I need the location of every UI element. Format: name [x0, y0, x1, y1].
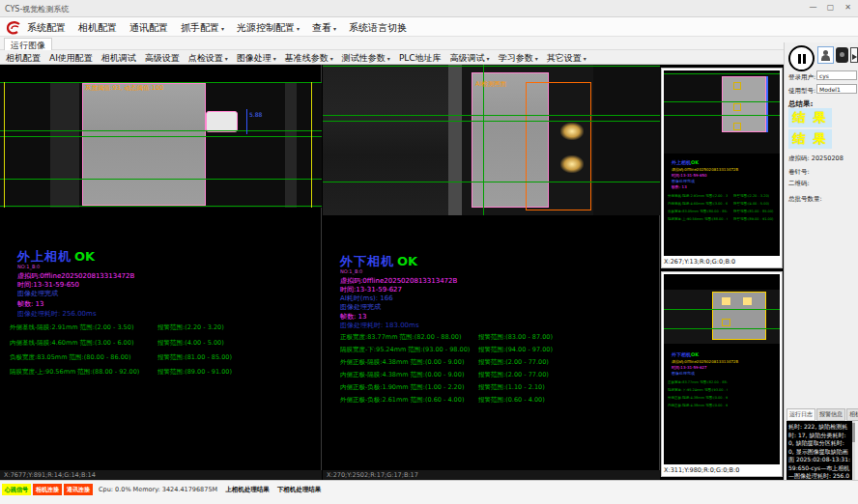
alarm-range: 报警范围:(2.00 - 77.00)	[478, 358, 549, 367]
login-user-field[interactable]: cys	[816, 70, 857, 80]
toolbar: 相机配置 AI使用配置 相机调试 高级设置 点检设置▾ 图像处理▾ 基准线参数▾…	[0, 50, 858, 65]
menu-light-config[interactable]: 光源控制配置▾	[237, 21, 300, 35]
tool-learning-params[interactable]: 学习参数▾	[499, 52, 538, 65]
left-camera-sub: NO:1_B:0	[17, 264, 40, 269]
alarm-range: 报警范围:(83.00 - 87.00)	[478, 333, 553, 342]
ai-view-annotation: AI检测画面	[475, 80, 506, 89]
alarm-range: 报警范围:(89.00 - 91.00)	[157, 368, 232, 377]
heartbeat-status-badge: 心跳信号	[2, 484, 31, 495]
ok-status-badge: OK	[397, 254, 417, 268]
lower-camera-result-link[interactable]: 下相机处理结果	[277, 486, 322, 494]
log-tab-strip: 运行日志 报警信息 相机信息	[786, 408, 858, 421]
left-camera-image[interactable]: 5.88 灰度阈值:93, 动态阈值:100	[0, 82, 322, 208]
tool-plc-address[interactable]: PLC地址库	[399, 52, 442, 65]
ok-status-badge: OK	[74, 249, 95, 264]
pause-button[interactable]	[788, 45, 815, 71]
measurement-row: 隔膜宽度-上:90.56mm 范围:(88.00 - 92.00)	[10, 368, 139, 377]
result-box-1: 结 果	[788, 108, 832, 127]
chevron-down-icon: ▾	[584, 55, 586, 62]
model-field[interactable]: Model1	[816, 84, 857, 94]
tool-camera-config[interactable]: 相机配置	[6, 52, 41, 65]
cpu-memory-status: Cpu: 0.0% Memory: 3424.41796875M	[99, 486, 217, 493]
tool-baseline-params[interactable]: 基准线参数▾	[285, 52, 333, 65]
alarm-range: 报警范围:(4.00 - 5.00)	[157, 339, 224, 348]
mini-panel-top[interactable]: 外上相机OK 虚拟码:0ffline2025020813313472B 时间:1…	[661, 68, 783, 268]
measurement-row: 外侧基线-隔膜:2.91mm 范围:(2.00 - 3.50)	[10, 323, 133, 332]
measure-marker-label: 5.88	[249, 111, 262, 118]
measurement-row: 负极宽度:83.05mm 范围:(80.00 - 86.00)	[10, 353, 130, 362]
electrode-panel-roi	[82, 83, 206, 206]
measurement-row: 内侧正极-负极:1.90mm 范围:(1.00 - 2.20)	[340, 383, 464, 392]
middle-camera-sub: NO:1_B:0	[340, 268, 362, 274]
left-pixel-coords: X:7677;Y:891;R:14;G:14;B:14	[0, 470, 322, 480]
tool-other-settings[interactable]: 其它设置▾	[547, 52, 586, 65]
tab-strip: 运行图像	[0, 37, 858, 50]
tool-test-params[interactable]: 测试性参数▾	[342, 52, 390, 65]
status-bar: 心跳信号 相机连接 通讯连接 Cpu: 0.0% Memory: 3424.41…	[0, 480, 858, 504]
middle-pixel-coords: X:270;Y:2502;R:17;G:17;B:17	[323, 470, 660, 480]
window-title: CYS-视觉检测系统	[5, 4, 69, 14]
mini-panel-bottom[interactable]: 外下相机OK 虚拟码:0ffline2025020813313472B 时间:1…	[661, 271, 783, 477]
measurement-row: 内侧正极-隔膜:4.38mm 范围:(0.00 - 9.00)	[340, 371, 464, 379]
tool-camera-debug[interactable]: 相机调试	[101, 52, 136, 65]
menu-view[interactable]: 查看▾	[312, 21, 336, 35]
exit-button[interactable]	[850, 47, 858, 63]
app-logo-icon	[6, 20, 21, 34]
app-window: CYS-视觉检测系统 — ▢ ✕ 系统配置 相机配置 通讯配置 抓手配置▾ 光源…	[0, 0, 858, 504]
tool-spot-check[interactable]: 点检设置▾	[188, 52, 228, 65]
tool-image-processing[interactable]: 图像处理▾	[237, 52, 276, 65]
mini-camera-title: 外下相机OK	[672, 351, 699, 357]
tool-advanced-settings[interactable]: 高级设置	[145, 52, 180, 65]
tab-camera-info[interactable]: 相机信息	[846, 408, 858, 421]
minimize-icon[interactable]: —	[806, 2, 820, 14]
log-scrollbar[interactable]	[852, 421, 855, 480]
measure-marker-line	[246, 109, 247, 134]
menu-gripper-config[interactable]: 抓手配置▾	[181, 21, 224, 35]
ai-detection-roi	[526, 82, 591, 210]
menu-system-config[interactable]: 系统配置	[27, 21, 66, 35]
chevron-down-icon: ▾	[333, 25, 336, 32]
alarm-range: 报警范围:(2.20 - 3.20)	[157, 323, 224, 332]
tool-ai-config[interactable]: AI使用配置	[49, 52, 93, 65]
chevron-down-icon: ▾	[297, 25, 300, 32]
chevron-down-icon: ▾	[487, 55, 490, 62]
measurement-row: 隔膜宽度-下:95.24mm 范围:(93.00 - 98.00)	[340, 346, 470, 354]
middle-camera-image[interactable]: AI检测画面	[323, 65, 660, 215]
close-icon[interactable]: ✕	[841, 2, 855, 14]
menu-language-switch[interactable]: 系统语言切换	[349, 21, 407, 35]
title-bar: CYS-视觉检测系统 — ▢ ✕	[0, 0, 858, 17]
measurement-row: 外侧正极-负极:2.61mm 范围:(0.60 - 4.00)	[340, 396, 464, 405]
tape-blob	[206, 111, 238, 132]
tab-run-image[interactable]: 运行图像	[4, 38, 52, 50]
device-button[interactable]	[836, 47, 848, 63]
chevron-down-icon: ▾	[387, 55, 390, 62]
needle-label: 卷针号:	[788, 168, 810, 177]
alarm-range: 报警范围:(81.00 - 85.00)	[157, 353, 232, 362]
menu-comm-config[interactable]: 通讯配置	[129, 21, 168, 35]
menu-camera-config[interactable]: 相机配置	[78, 21, 117, 35]
qr-code-label: 二维码:	[788, 180, 810, 188]
result-box-2: 结 果	[788, 129, 832, 149]
virtual-code-label: 虚拟码: 20250208	[788, 154, 844, 163]
camera-connect-badge: 相机连接	[33, 484, 62, 495]
exit-door-icon	[852, 54, 857, 60]
left-process-done: 图像处理完成	[17, 289, 58, 298]
middle-camera-viewport[interactable]: AI检测画面 外下相机OK NO:1_B:0 虚拟码:0ffline202502…	[323, 65, 660, 480]
tab-alarm-info[interactable]: 报警信息	[816, 408, 845, 421]
left-process-time: 图像处理耗时: 256.00ms	[17, 309, 97, 319]
chevron-down-icon: ▾	[535, 55, 538, 62]
lens-icon	[840, 52, 844, 57]
user-login-button[interactable]	[817, 46, 834, 64]
left-camera-viewport[interactable]: 5.88 灰度阈值:93, 动态阈值:100 外上相机OK NO:1_B:0 虚…	[0, 65, 322, 480]
upper-camera-result-link[interactable]: 上相机处理结果	[225, 486, 270, 494]
threshold-annotation: 灰度阈值:93, 动态阈值:100	[85, 84, 163, 93]
menu-bar: 系统配置 相机配置 通讯配置 抓手配置▾ 光源控制配置▾ 查看▾ 系统语言切换	[0, 17, 858, 37]
tool-advanced-debug[interactable]: 高级调试▾	[450, 52, 490, 65]
mini-top-pixel-coords: X:267;Y:13;R:0;G:0;B:0	[662, 258, 782, 267]
maximize-icon[interactable]: ▢	[823, 2, 838, 14]
measurement-row: 正极宽度:83.77mm 范围:(82.00 - 88.00)	[340, 333, 461, 342]
mini-camera-title: 外上相机OK	[672, 159, 699, 165]
tab-run-log[interactable]: 运行日志	[786, 408, 815, 421]
comm-connect-badge: 通讯连接	[64, 484, 93, 495]
chevron-down-icon: ▾	[221, 25, 224, 32]
